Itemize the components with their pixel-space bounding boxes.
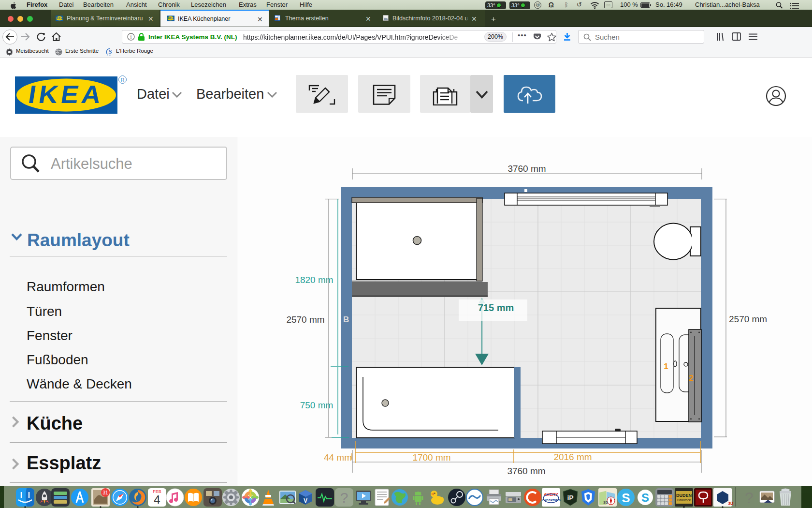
svg-text:DUDEN: DUDEN (676, 493, 692, 498)
svg-text:750 mm: 750 mm (300, 400, 334, 410)
svg-text:31: 31 (102, 490, 108, 495)
svg-text:3760 mm: 3760 mm (508, 164, 546, 174)
svg-text:?: ? (340, 490, 348, 506)
svg-text:715 mm: 715 mm (478, 302, 514, 313)
svg-text:3760 mm: 3760 mm (507, 466, 545, 476)
svg-text:S: S (622, 491, 630, 505)
svg-text:1: 1 (664, 362, 668, 371)
svg-text:iP: iP (567, 494, 573, 502)
svg-text:4: 4 (154, 493, 160, 506)
svg-text:2: 2 (689, 374, 693, 383)
svg-text:IKEA: IKEA (56, 16, 63, 20)
svg-text:Bibliothek: Bibliothek (677, 498, 691, 502)
svg-text:2570 mm: 2570 mm (286, 314, 324, 325)
svg-text:3D: 3D (728, 501, 734, 506)
svg-text:AVERY: AVERY (544, 492, 558, 497)
svg-text:1700 mm: 1700 mm (412, 452, 450, 463)
svg-text:i: i (130, 34, 131, 40)
svg-text:2570 mm: 2570 mm (729, 314, 767, 324)
svg-text:44 mm: 44 mm (324, 452, 352, 463)
svg-text:?: ? (745, 489, 754, 507)
svg-text:3D: 3D (603, 500, 608, 505)
svg-text:B: B (343, 315, 349, 324)
svg-text:2016 mm: 2016 mm (553, 452, 592, 462)
svg-text:S: S (108, 48, 112, 55)
svg-text:S: S (641, 491, 649, 504)
svg-text:V: V (304, 497, 307, 504)
svg-text:1820 mm: 1820 mm (295, 275, 333, 285)
svg-text:IKEA: IKEA (27, 80, 106, 108)
svg-text:IKEA: IKEA (167, 16, 174, 20)
